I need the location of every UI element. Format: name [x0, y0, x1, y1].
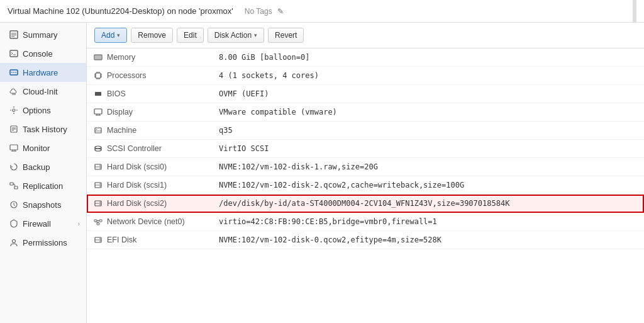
disk-action-button[interactable]: Disk Action ▾ [208, 28, 264, 43]
svg-rect-18 [10, 145, 18, 150]
sidebar-item-backup[interactable]: Backup [0, 157, 86, 176]
row-value-cell: 8.00 GiB [balloon=0] [213, 48, 644, 67]
disk-icon [93, 235, 103, 245]
sidebar-item-cloud-init-label: Cloud-Init [23, 87, 58, 96]
toolbar: Add ▾ Remove Edit Disk Action ▾ Revert [87, 23, 644, 48]
row-value-cell: /dev/disk/by-id/ata-ST4000DM004-2CV104_W… [213, 195, 644, 213]
sidebar-item-hardware-label: Hardware [23, 68, 58, 77]
revert-button[interactable]: Revert [268, 28, 304, 43]
sidebar-item-hardware[interactable]: Hardware [0, 63, 86, 82]
svg-rect-4 [10, 50, 18, 57]
svg-rect-23 [14, 186, 18, 189]
row-label-cell: SCSI Controller [87, 140, 213, 158]
bios-icon [93, 89, 103, 99]
sidebar-item-task-history-label: Task History [23, 125, 67, 134]
network-icon [93, 217, 103, 227]
sidebar-item-firewall[interactable]: Firewall › [0, 214, 86, 233]
row-label: Hard Disk (scsi2) [107, 199, 167, 208]
table-row[interactable]: Hard Disk (scsi2) /dev/disk/by-id/ata-ST… [87, 195, 644, 213]
row-label-cell: Hard Disk (scsi2) [87, 195, 213, 213]
row-value-cell: NVME:102/vm-102-disk-0.qcow2,efitype=4m,… [213, 231, 644, 249]
cpu-icon [93, 71, 103, 81]
svg-rect-45 [95, 92, 101, 96]
sidebar-item-summary[interactable]: Summary [0, 25, 86, 44]
row-value-cell: NVME:102/vm-102-disk-2.qcow2,cache=write… [213, 176, 644, 195]
main-layout: Summary Console Hardware Cloud-Init [0, 23, 644, 323]
permissions-icon [9, 237, 19, 247]
sidebar-item-cloud-init[interactable]: Cloud-Init [0, 82, 86, 101]
row-value-cell: 4 (1 sockets, 4 cores) [213, 67, 644, 85]
row-value-cell: VMware compatible (vmware) [213, 103, 644, 122]
table-row[interactable]: Display VMware compatible (vmware) [87, 103, 644, 122]
sidebar-item-monitor-label: Monitor [23, 144, 50, 153]
row-label-cell: Hard Disk (scsi0) [87, 158, 213, 176]
disk-icon [93, 180, 103, 190]
remove-button[interactable]: Remove [131, 28, 173, 43]
edit-button[interactable]: Edit [177, 28, 204, 43]
row-label-cell: Memory [87, 48, 213, 67]
resize-handle[interactable] [633, 0, 636, 22]
row-value-cell: virtio=42:C8:FB:90:CE:B5,bridge=vmbr0,fi… [213, 213, 644, 231]
row-label-cell: Machine [87, 122, 213, 140]
backup-icon [9, 162, 19, 172]
sidebar: Summary Console Hardware Cloud-Init [0, 23, 87, 323]
row-label: Machine [107, 126, 136, 135]
svg-point-25 [13, 240, 16, 243]
hardware-table[interactable]: Memory 8.00 GiB [balloon=0] Processors 4… [87, 48, 644, 323]
row-label: Processors [107, 71, 147, 80]
svg-rect-50 [95, 128, 101, 133]
vm-title: Virtual Machine 102 (Ubuntu2204-Desktop)… [8, 6, 233, 16]
table-row[interactable]: Processors 4 (1 sockets, 4 cores) [87, 67, 644, 85]
sidebar-item-snapshots-label: Snapshots [23, 200, 61, 210]
svg-point-51 [96, 129, 97, 130]
sidebar-item-task-history[interactable]: Task History [0, 120, 86, 139]
table-row[interactable]: Machine q35 [87, 122, 644, 140]
add-button[interactable]: Add ▾ [94, 28, 127, 43]
revert-button-label: Revert [275, 31, 297, 40]
svg-point-78 [99, 241, 101, 242]
summary-icon [9, 30, 19, 40]
edit-tags-icon[interactable]: ✎ [277, 7, 284, 16]
sidebar-item-options[interactable]: Options [0, 101, 86, 120]
row-value-cell: OVMF (UEFI) [213, 85, 644, 103]
row-label-cell: Display [87, 103, 213, 122]
replication-icon [9, 181, 19, 191]
table-row[interactable]: Memory 8.00 GiB [balloon=0] [87, 48, 644, 67]
row-label: BIOS [107, 89, 126, 98]
row-label-cell: Network Device (net0) [87, 213, 213, 231]
svg-point-64 [99, 186, 101, 187]
scsi-icon [93, 144, 103, 154]
sidebar-item-summary-label: Summary [23, 30, 58, 40]
table-row[interactable]: EFI Disk NVME:102/vm-102-disk-0.qcow2,ef… [87, 231, 644, 249]
sidebar-item-console[interactable]: Console [0, 44, 86, 63]
content-area: Add ▾ Remove Edit Disk Action ▾ Revert [87, 23, 644, 323]
row-label-cell: BIOS [87, 85, 213, 103]
row-label: SCSI Controller [107, 144, 162, 153]
table-row[interactable]: Network Device (net0) virtio=42:C8:FB:90… [87, 213, 644, 231]
svg-point-13 [13, 109, 15, 111]
display-icon [93, 107, 103, 117]
svg-point-77 [99, 238, 101, 239]
sidebar-item-replication-label: Replication [23, 181, 63, 191]
sidebar-item-permissions-label: Permissions [23, 238, 67, 247]
sidebar-item-permissions[interactable]: Permissions [0, 233, 86, 252]
monitor-icon [9, 143, 19, 153]
table-row[interactable]: BIOS OVMF (UEFI) [87, 85, 644, 103]
row-label-cell: Hard Disk (scsi1) [87, 176, 213, 195]
row-label: Display [107, 108, 133, 116]
cloud-icon [9, 86, 19, 96]
row-value-cell: VirtIO SCSI [213, 140, 644, 158]
table-row[interactable]: SCSI Controller VirtIO SCSI [87, 140, 644, 158]
row-label: Network Device (net0) [107, 217, 185, 226]
row-label: Hard Disk (scsi1) [107, 181, 167, 190]
edit-button-label: Edit [184, 31, 197, 40]
disk-action-dropdown-arrow: ▾ [254, 32, 257, 38]
table-row[interactable]: Hard Disk (scsi1) NVME:102/vm-102-disk-2… [87, 176, 644, 195]
svg-rect-71 [97, 223, 99, 225]
svg-point-67 [99, 201, 101, 203]
sidebar-item-monitor[interactable]: Monitor [0, 139, 86, 157]
sidebar-item-replication[interactable]: Replication [0, 176, 86, 195]
top-bar: Virtual Machine 102 (Ubuntu2204-Desktop)… [0, 0, 644, 23]
table-row[interactable]: Hard Disk (scsi0) NVME:102/vm-102-disk-1… [87, 158, 644, 176]
sidebar-item-snapshots[interactable]: Snapshots [0, 195, 86, 214]
